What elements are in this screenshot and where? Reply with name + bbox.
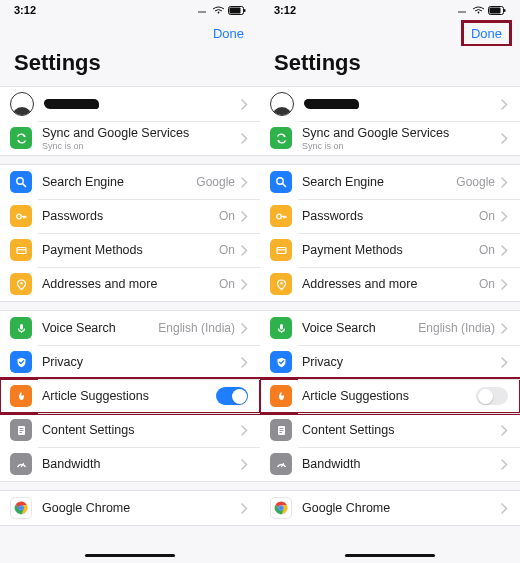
row-sync[interactable]: Sync and Google Services Sync is on (260, 121, 520, 155)
row-voice-value: English (India) (418, 321, 495, 335)
row-article-label: Article Suggestions (42, 389, 149, 403)
row-payment-value: On (479, 243, 495, 257)
row-addresses[interactable]: Addresses and more On (0, 267, 260, 301)
row-voice[interactable]: Voice Search English (India) (0, 311, 260, 345)
row-search-engine-value: Google (456, 175, 495, 189)
row-addresses[interactable]: Addresses and more On (260, 267, 520, 301)
row-google-chrome[interactable]: Google Chrome (260, 491, 520, 525)
avatar-icon (10, 92, 34, 116)
search-icon (10, 171, 32, 193)
chevron-right-icon (501, 503, 508, 514)
row-privacy[interactable]: Privacy (260, 345, 520, 379)
group-basics: Search Engine Google Passwords On Paymen… (0, 164, 260, 302)
row-bandwidth[interactable]: Bandwidth (0, 447, 260, 481)
row-search-engine-label: Search Engine (42, 175, 124, 189)
row-bandwidth-label: Bandwidth (42, 457, 100, 471)
svg-point-3 (204, 11, 206, 13)
account-name-redacted (44, 99, 99, 109)
row-passwords-label: Passwords (42, 209, 103, 223)
page-title: Settings (260, 46, 520, 86)
row-sync-label: Sync and Google Services (42, 126, 241, 140)
row-account[interactable] (0, 87, 260, 121)
group-basics: Search Engine Google Passwords On Paymen… (260, 164, 520, 302)
battery-icon (228, 6, 246, 15)
chevron-right-icon (501, 323, 508, 334)
row-payment[interactable]: Payment Methods On (260, 233, 520, 267)
row-passwords[interactable]: Passwords On (260, 199, 520, 233)
svg-rect-36 (504, 9, 506, 12)
flame-icon (270, 385, 292, 407)
svg-point-29 (458, 11, 460, 13)
phone-right: 3:12 Done Settings Sync and Google Serv (260, 0, 520, 563)
row-addresses-label: Addresses and more (302, 277, 417, 291)
group-advanced: Voice Search English (India) Privacy Art… (260, 310, 520, 482)
row-content-label: Content Settings (302, 423, 394, 437)
row-passwords[interactable]: Passwords On (0, 199, 260, 233)
chevron-right-icon (241, 425, 248, 436)
svg-rect-14 (17, 247, 26, 253)
mic-icon (270, 317, 292, 339)
row-addresses-value: On (479, 277, 495, 291)
row-passwords-label: Passwords (302, 209, 363, 223)
article-toggle[interactable] (476, 387, 508, 405)
svg-point-16 (20, 282, 22, 284)
chevron-right-icon (501, 459, 508, 470)
chevron-right-icon (501, 177, 508, 188)
row-sync-subtitle: Sync is on (42, 141, 241, 151)
row-privacy[interactable]: Privacy (0, 345, 260, 379)
row-article-suggestions[interactable]: Article Suggestions (260, 379, 520, 413)
avatar-icon (270, 92, 294, 116)
row-article-suggestions[interactable]: Article Suggestions (0, 379, 260, 413)
row-addresses-label: Addresses and more (42, 277, 157, 291)
row-bandwidth[interactable]: Bandwidth (260, 447, 520, 481)
row-payment[interactable]: Payment Methods On (0, 233, 260, 267)
row-sync[interactable]: Sync and Google Services Sync is on (0, 121, 260, 155)
signal-icon (457, 6, 469, 14)
row-passwords-value: On (219, 209, 235, 223)
card-icon (270, 239, 292, 261)
row-payment-value: On (219, 243, 235, 257)
chrome-icon (270, 497, 292, 519)
row-privacy-label: Privacy (302, 355, 343, 369)
phone-left: 3:12 Done Settings Sync and Google (0, 0, 260, 563)
wifi-icon (472, 6, 485, 14)
row-addresses-value: On (219, 277, 235, 291)
home-indicator[interactable] (345, 554, 435, 558)
svg-point-30 (460, 11, 462, 13)
card-icon (10, 239, 32, 261)
search-icon (270, 171, 292, 193)
group-account: Sync and Google Services Sync is on (0, 86, 260, 156)
row-chrome-label: Google Chrome (302, 501, 390, 515)
group-advanced: Voice Search English (India) Privacy Art… (0, 310, 260, 482)
page-title: Settings (0, 46, 260, 86)
row-voice-value: English (India) (158, 321, 235, 335)
svg-point-39 (276, 214, 281, 219)
home-indicator[interactable] (85, 554, 175, 558)
row-account[interactable] (260, 87, 520, 121)
status-right (197, 6, 246, 15)
chevron-right-icon (241, 245, 248, 256)
battery-icon (488, 6, 506, 15)
done-button[interactable]: Done (207, 24, 250, 43)
row-voice[interactable]: Voice Search English (India) (260, 311, 520, 345)
row-content-label: Content Settings (42, 423, 134, 437)
key-icon (270, 205, 292, 227)
shield-icon (270, 351, 292, 373)
row-search-engine[interactable]: Search Engine Google (260, 165, 520, 199)
row-search-engine[interactable]: Search Engine Google (0, 165, 260, 199)
chevron-right-icon (501, 99, 508, 110)
row-search-engine-value: Google (196, 175, 235, 189)
article-toggle[interactable] (216, 387, 248, 405)
address-icon (270, 273, 292, 295)
chevron-right-icon (241, 99, 248, 110)
row-article-label: Article Suggestions (302, 389, 409, 403)
row-google-chrome[interactable]: Google Chrome (0, 491, 260, 525)
status-right (457, 6, 506, 15)
row-content-settings[interactable]: Content Settings (0, 413, 260, 447)
row-chrome-label: Google Chrome (42, 501, 130, 515)
row-privacy-label: Privacy (42, 355, 83, 369)
chevron-right-icon (241, 177, 248, 188)
row-content-settings[interactable]: Content Settings (260, 413, 520, 447)
group-chrome: Google Chrome (0, 490, 260, 526)
done-button[interactable]: Done (463, 22, 510, 45)
